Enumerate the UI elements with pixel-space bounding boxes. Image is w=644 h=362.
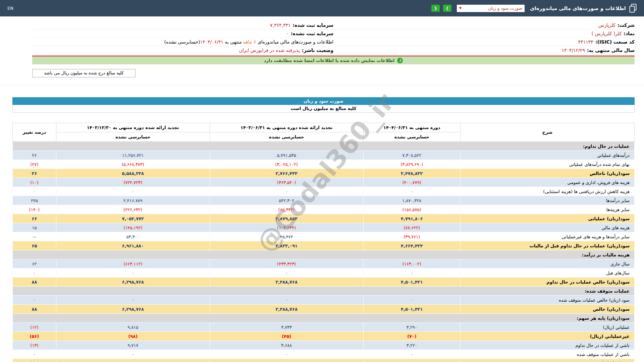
section-header-label: هزینه مالیات بر درآمد: bbox=[13, 250, 635, 259]
col-header-period-restated-1: تجدید ارائه شده دوره منتهی به ۱۴۰۳/۰۶/۳۱ bbox=[210, 123, 363, 132]
row-label: سال‌های قبل bbox=[460, 268, 634, 278]
period-value: ۴,۵۰۱,۴۲۱ bbox=[363, 278, 460, 287]
period-value: (۱۵۶,۵۷۵) bbox=[363, 205, 460, 214]
period-value: ۴,۶۶۴,۴۲۳ bbox=[363, 241, 460, 250]
percent-change-value: (۲۷) bbox=[13, 160, 56, 169]
signature-match-banner: i اطلاعات نمایش داده شده با اطلاعات امضا… bbox=[32, 56, 635, 64]
company-info-cell-left: سرمایه ثبت نشده:۰ bbox=[32, 31, 333, 36]
row-label: ناشي از عملیات متوقف شده bbox=[460, 350, 634, 359]
table-row: سایر هزینه‌ها(۱۵۶,۵۷۵)(۶۵,۳۴۲)(۲۲۶,۶۳۲)(… bbox=[13, 205, 635, 214]
row-label: عملياتي (ريال) bbox=[460, 323, 634, 332]
field-value: ۷,۳۶۴,۳۳۱ bbox=[270, 22, 291, 28]
period-value: ۵,۷۹۱,۵۳۵ bbox=[210, 151, 363, 160]
company-info-cell-right: شرکت:کلرپارس bbox=[333, 22, 635, 28]
percent-change-value: ۲۶ bbox=[13, 151, 56, 160]
percent-change-value: ۲۶ bbox=[13, 169, 56, 178]
period-value: (۴۳۳,۳۲۳) bbox=[210, 259, 363, 268]
period-value: ۳,۶۸۸ bbox=[210, 359, 363, 362]
previous-statement-button[interactable]: ❮ bbox=[431, 5, 440, 12]
field-label: سرمایه ثبت شده: bbox=[293, 22, 333, 28]
table-row: هزینه های مالی(۸۷,۶۲۲)(۱۰۳,۲۳۴)(۱۴۵,۱۹۲)… bbox=[13, 223, 635, 232]
period-value: ۱۱,۲۵۶,۷۲۱ bbox=[56, 151, 210, 160]
table-row: سال‌های قبل۰۰۰۰ bbox=[13, 268, 635, 278]
period-value: (۳۶۳,۵۴۰) bbox=[210, 178, 363, 187]
period-value: (۱۴۵,۱۹۲) bbox=[56, 223, 210, 232]
table-row: درآمدهاي عملياتي۷,۳۰۸,۵۲۲۵,۷۹۱,۵۳۵۱۱,۲۵۶… bbox=[13, 151, 635, 160]
period-value: (۴۰۰,۷۷۹) bbox=[363, 178, 460, 187]
amounts-unit-tab[interactable]: کلیه مبالغ درج شده به میلیون ریال می باش… bbox=[32, 69, 136, 77]
period-value: ۰ bbox=[210, 350, 363, 359]
period-value: ۳,۴۷۸,۸۳۲ bbox=[363, 169, 460, 178]
row-label: درآمدهاي عملياتي bbox=[460, 151, 634, 160]
col-header-percent-change: درصد تغییر bbox=[13, 123, 56, 142]
period-value: (۳۹,۷۶۱) bbox=[363, 232, 460, 241]
row-label: سایر هزینه‌ها bbox=[460, 205, 634, 214]
period-value: ۶,۲۹۸,۷۶۸ bbox=[56, 278, 210, 287]
period-value: ۴,۷۹۱,۸۰۶ bbox=[363, 214, 460, 223]
period-value: (۵,۶۶۸,۳۸۳) bbox=[56, 160, 210, 169]
chevron-down-icon: ▼ bbox=[459, 7, 462, 10]
section-header-row: هزینه مالیات بر درآمد: bbox=[13, 250, 635, 259]
row-label: هزینه های مالی bbox=[460, 223, 634, 232]
period-value: ۴,۵۰۱,۴۲۱ bbox=[363, 305, 460, 314]
period-value: ۰ bbox=[56, 350, 210, 359]
percent-change-value: ۶۶ bbox=[13, 214, 56, 223]
percent-change-value: (۱۴۰) bbox=[13, 205, 56, 214]
period-value: ۹,۷۱۷ bbox=[56, 359, 210, 362]
percent-change-value: ۲۴۵ bbox=[13, 196, 56, 205]
row-label: سود(زیان) خالص bbox=[460, 305, 634, 314]
company-info-cell-right: نماد:کلر( کلرپارس ) bbox=[333, 31, 635, 36]
field-value: ۱۴۰۴/۱۲/۲۹ bbox=[561, 48, 585, 53]
period-value: ۷,۰۵۳,۷۷۲ bbox=[56, 214, 210, 223]
period-value: ۴۵,۴۷۲ bbox=[210, 232, 363, 241]
period-value: ۰ bbox=[56, 187, 210, 196]
page: { "topbar": { "en_label": "EN", "title":… bbox=[0, 0, 644, 362]
table-row: سود(زیان) خالص۴,۵۰۱,۴۲۱۲,۳۸۸,۷۶۸۶,۲۹۸,۷۶… bbox=[13, 305, 635, 314]
section-header-label: عملیات متوقف شده: bbox=[13, 287, 635, 296]
field-text-segment: ۱۴۰۴/۰۶/۳۱ bbox=[200, 39, 223, 45]
row-label: سود (زیان) خالص عملیات متوقف شده bbox=[460, 296, 634, 305]
percent-change-value: ۶۲ bbox=[13, 259, 56, 268]
percent-change-value: ۰ bbox=[13, 268, 56, 278]
company-info-row: نماد:کلر( کلرپارس )سرمایه ثبت نشده:۰ bbox=[32, 29, 635, 38]
table-body: عملیات در حال تداوم:درآمدهاي عملياتي۷,۳۰… bbox=[13, 142, 635, 362]
table-row: سود(زیان) عملیات در حال تداوم قبل از مال… bbox=[13, 241, 635, 250]
table-row: سود(زیان) ناخالص۳,۴۷۸,۸۳۲۲,۷۶۶,۴۳۳۵,۵۸۸,… bbox=[13, 169, 635, 178]
period-value: ۰ bbox=[210, 187, 363, 196]
table-header: شرح دوره منتهی به ۱۴۰۴/۰۶/۳۱ تجدید ارائه… bbox=[13, 123, 635, 142]
field-value: ۰ bbox=[286, 31, 289, 36]
field-label: سرمایه ثبت نشده: bbox=[291, 31, 333, 36]
period-value: ۰ bbox=[363, 268, 460, 278]
statement-subtitle-bar: کلیه مبالغ به میلیون ریال است bbox=[12, 105, 635, 113]
statement-title-bar: صورت سود و زیان bbox=[12, 97, 635, 105]
percent-change-value: ۸۸ bbox=[13, 305, 56, 314]
field-value: کلر( کلرپارس ) bbox=[591, 31, 622, 36]
field-label: کد صنعت (ISIC): bbox=[595, 39, 635, 45]
language-toggle-en[interactable]: EN bbox=[7, 6, 13, 11]
percent-change-value: (۱۲) bbox=[13, 323, 56, 332]
period-value: ۳,۷۳۳ bbox=[210, 323, 363, 332]
row-label: سود(زیان) عملیات در حال تداوم قبل از مال… bbox=[460, 241, 634, 250]
col-subheader-unaudited-1: حسابرسی نشده bbox=[210, 132, 363, 142]
table-row: ناشي از عملیات متوقف شده۰۰۰۰ bbox=[13, 350, 635, 359]
field-label: شرکت: bbox=[618, 22, 635, 28]
period-value: (۴۵) bbox=[210, 332, 363, 341]
income-statement-table: شرح دوره منتهی به ۱۴۰۴/۰۶/۳۱ تجدید ارائه… bbox=[12, 123, 635, 362]
row-label: سال جاری bbox=[460, 259, 634, 268]
period-value: ۷,۳۰۸,۵۲۲ bbox=[363, 151, 460, 160]
income-statement-section: صورت سود و زیان کلیه مبالغ به میلیون ریا… bbox=[12, 97, 635, 362]
row-label: سود(زیان) پایه هر سهم bbox=[460, 359, 634, 362]
info-icon: i bbox=[397, 58, 403, 63]
table-row: سایر درآمدها و هزینه های غیرعملیاتی(۳۹,۷… bbox=[13, 232, 635, 241]
period-value: ۳,۲۲۰ bbox=[363, 359, 460, 362]
col-subheader-unaudited-0: حسابرسی نشده bbox=[363, 132, 460, 142]
company-info-panel: شرکت:کلرپارسسرمایه ثبت شده:۷,۳۶۴,۳۳۱نماد… bbox=[32, 21, 635, 55]
next-statement-button[interactable]: ❯ bbox=[443, 5, 451, 12]
percent-change-value: (۱۳) bbox=[13, 341, 56, 350]
statement-type-dropdown[interactable]: صورت سود و زیان ▼ bbox=[457, 5, 525, 12]
table-row: سود(زیان) عملیاتی۴,۷۹۱,۸۰۶۲,۸۷۹,۸۵۳۷,۰۵۳… bbox=[13, 214, 635, 223]
section-header-row: عملیات در حال تداوم: bbox=[13, 142, 635, 151]
period-value: (۱۶۳,۰۰۲) bbox=[363, 259, 460, 268]
field-label: نماد: bbox=[624, 31, 635, 36]
period-value: (۶۵,۳۴۲) bbox=[210, 205, 363, 214]
